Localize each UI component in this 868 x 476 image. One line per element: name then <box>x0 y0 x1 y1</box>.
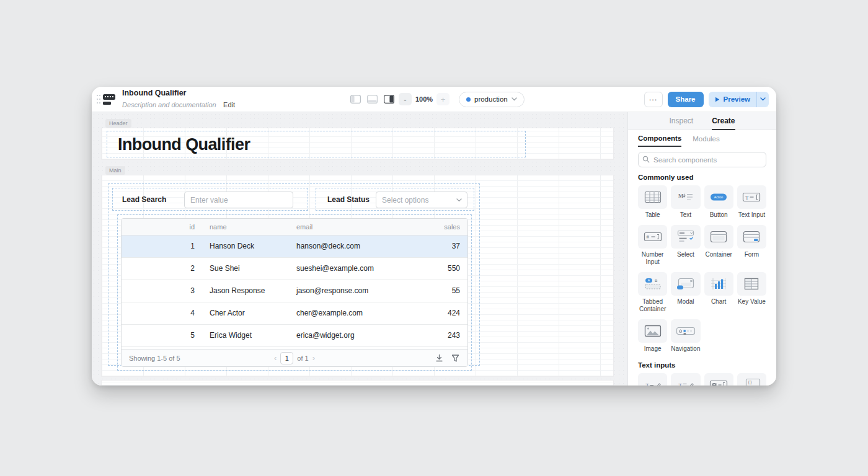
component-select[interactable]: Select <box>671 225 700 266</box>
zoom-controls: - 100% + <box>399 93 450 105</box>
svg-text:Action: Action <box>714 195 724 199</box>
lead-status-widget[interactable]: Lead Status Select options <box>316 188 474 211</box>
component-table[interactable]: Table <box>638 185 667 219</box>
header-frame[interactable]: Inbound Qualifier <box>101 128 614 160</box>
component-email-input[interactable] <box>704 373 733 386</box>
zoom-in-button[interactable]: + <box>436 93 450 105</box>
component-number-input[interactable]: # Number Input <box>638 225 667 266</box>
component-editable-text[interactable]: T <box>638 373 667 386</box>
form-component-icon <box>741 229 762 244</box>
header-frame-tag[interactable]: Header <box>105 119 131 128</box>
column-header-name[interactable]: name <box>202 219 289 235</box>
zoom-level[interactable]: 100% <box>415 95 433 103</box>
main-frame[interactable]: Lead Search Lead Status Select options <box>101 175 614 377</box>
component-editable-text-area[interactable]: T <box>671 373 700 386</box>
component-container[interactable]: Container <box>704 225 733 266</box>
leads-table-grid: id name email sales 1 Hanson <box>122 219 467 347</box>
share-button[interactable]: Share <box>668 92 704 107</box>
json-editor-component-icon: {} <box>741 377 762 386</box>
search-components-input[interactable] <box>638 152 766 167</box>
leads-table-widget[interactable]: id name email sales 1 Hanson <box>117 214 472 371</box>
main-frame-tag[interactable]: Main <box>105 166 125 175</box>
component-navigation[interactable]: Navigation <box>671 319 700 353</box>
column-header-sales[interactable]: sales <box>422 219 467 235</box>
cell-name: Hanson Deck <box>202 235 289 257</box>
toggle-left-panel-icon[interactable] <box>350 95 361 104</box>
component-chart[interactable]: Chart <box>704 272 733 313</box>
more-options-button[interactable]: ... <box>644 92 663 107</box>
app-title-block: Inbound Qualifier Description and docume… <box>122 89 235 110</box>
section-heading: Commonly used <box>638 174 766 181</box>
lead-search-input[interactable] <box>184 192 293 208</box>
cell-email: cher@example.com <box>289 302 422 324</box>
modal-component-icon <box>675 276 696 291</box>
component-label: Key Value <box>737 298 766 306</box>
tabbed-container-component-icon: AB <box>642 276 663 291</box>
container-component-icon <box>708 229 729 244</box>
tab-inspect[interactable]: Inspect <box>669 112 693 130</box>
component-text-input[interactable]: T Text Input <box>737 185 766 219</box>
toggle-right-panel-icon[interactable] <box>384 95 394 104</box>
lead-status-select[interactable]: Select options <box>376 192 467 208</box>
table-row[interactable]: 1 Hanson Deck hanson@deck.com 37 <box>122 235 467 257</box>
lead-search-widget[interactable]: Lead Search <box>112 188 308 211</box>
play-icon <box>715 97 720 102</box>
editor-canvas[interactable]: Header Inbound Qualifier Main Lead Searc… <box>92 112 627 386</box>
next-section-strip <box>101 380 614 386</box>
table-row[interactable]: 4 Cher Actor cher@example.com 424 <box>122 302 467 324</box>
component-key-value[interactable]: Key Value <box>737 272 766 313</box>
editor-toolbar: Inbound Qualifier Description and docume… <box>92 87 776 112</box>
cell-id: 1 <box>122 235 202 257</box>
right-panel: Inspect Create Components Modules Common… <box>627 112 776 386</box>
edit-description-button[interactable]: Edit <box>223 101 235 108</box>
component-text[interactable]: M Text <box>671 185 700 219</box>
svg-text:B: B <box>655 279 658 283</box>
component-label: Text <box>671 211 700 219</box>
component-image[interactable]: Image <box>638 319 667 353</box>
download-icon[interactable] <box>435 354 443 362</box>
preview-button[interactable]: Preview <box>709 92 756 107</box>
page-title[interactable]: Inbound Qualifier <box>118 134 250 154</box>
tab-modules[interactable]: Modules <box>693 130 719 147</box>
tab-components[interactable]: Components <box>638 130 681 147</box>
tab-create[interactable]: Create <box>712 112 735 130</box>
component-modal[interactable]: Modal <box>671 272 700 313</box>
page-number-input[interactable]: 1 <box>280 352 293 364</box>
header-text-widget[interactable]: Inbound Qualifier <box>107 131 526 157</box>
select-component-icon <box>675 229 696 244</box>
svg-text:T: T <box>645 382 649 386</box>
table-footer: Showing 1-5 of 5 ‹ 1 of 1 › <box>122 349 467 366</box>
component-button[interactable]: Action Button <box>704 185 733 219</box>
filter-icon[interactable] <box>451 355 459 362</box>
component-json-editor[interactable]: {} <box>737 373 766 386</box>
svg-text:#: # <box>646 234 649 240</box>
component-list: Commonly used Table M Text Action Button <box>628 167 776 386</box>
cell-name: Jason Response <box>202 280 289 302</box>
zoom-out-button[interactable]: - <box>399 93 412 105</box>
toggle-bottom-panel-icon[interactable] <box>367 95 378 104</box>
table-row[interactable]: 3 Jason Response jason@response.com 55 <box>122 280 467 302</box>
cell-id: 2 <box>122 257 202 280</box>
column-header-id[interactable]: id <box>122 219 202 235</box>
next-page-icon[interactable]: › <box>312 354 315 362</box>
component-label: Chart <box>704 298 733 306</box>
retool-logo-icon[interactable] <box>103 94 117 105</box>
environment-selector[interactable]: production <box>459 92 525 107</box>
svg-text:T: T <box>678 382 682 386</box>
component-label: Tabbed Container <box>638 298 667 313</box>
table-row[interactable]: 2 Sue Shei sueshei@example.com 550 <box>122 257 467 280</box>
lead-search-label: Lead Search <box>122 195 166 204</box>
previous-page-icon[interactable]: ‹ <box>274 354 277 362</box>
table-row[interactable]: 5 Erica Widget erica@widget.org 243 <box>122 324 467 346</box>
component-label: Image <box>638 345 667 353</box>
cell-sales: 550 <box>422 257 467 280</box>
component-form[interactable]: Form <box>737 225 766 266</box>
environment-name: production <box>474 95 508 103</box>
component-tabbed-container[interactable]: AB Tabbed Container <box>638 272 667 313</box>
column-header-email[interactable]: email <box>289 219 422 235</box>
component-label: Container <box>704 251 733 258</box>
main-container-widget[interactable]: Lead Search Lead Status Select options <box>108 183 480 366</box>
preview-dropdown-button[interactable] <box>756 92 769 107</box>
panel-toggles <box>350 95 394 104</box>
cell-name: Sue Shei <box>202 257 289 280</box>
